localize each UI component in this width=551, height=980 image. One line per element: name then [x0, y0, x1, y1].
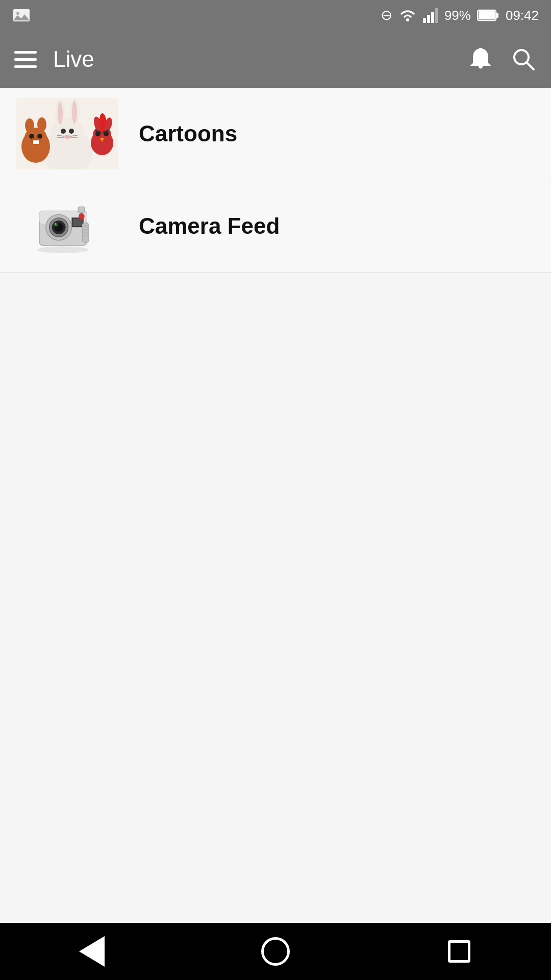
svg-point-1: [16, 12, 19, 15]
hamburger-line-1: [14, 51, 37, 54]
cartoons-label: Cartoons: [139, 121, 237, 146]
cartoons-thumbnail: [16, 98, 118, 169]
bottom-navigation: [0, 923, 551, 980]
back-button[interactable]: [71, 931, 112, 972]
app-bar: Live: [0, 31, 551, 88]
svg-rect-34: [33, 140, 36, 144]
home-button[interactable]: [255, 931, 296, 972]
recents-icon: [448, 940, 470, 963]
camera-feed-label: Camera Feed: [139, 213, 280, 239]
svg-rect-5: [431, 12, 434, 23]
status-bar-right: ⊖ 99% 09:42: [381, 8, 539, 23]
svg-rect-3: [423, 18, 426, 23]
svg-point-53: [55, 223, 56, 225]
svg-point-18: [58, 102, 63, 125]
camera-feed-image: [27, 193, 108, 259]
time-display: 09:42: [506, 8, 539, 23]
content-area: Cartoons: [0, 88, 551, 923]
svg-point-31: [25, 118, 34, 133]
svg-point-22: [64, 135, 70, 139]
svg-point-15: [51, 117, 84, 148]
svg-point-63: [37, 247, 89, 253]
wifi-icon: [398, 8, 417, 23]
battery-icon: [477, 8, 499, 22]
home-icon: [261, 937, 290, 966]
svg-point-32: [37, 117, 46, 132]
hamburger-line-3: [14, 65, 37, 68]
app-bar-title: Live: [53, 46, 451, 72]
bell-icon[interactable]: [467, 46, 494, 72]
svg-rect-6: [435, 8, 438, 23]
search-icon[interactable]: [510, 46, 537, 72]
svg-rect-10: [479, 48, 483, 51]
svg-point-57: [79, 213, 85, 219]
svg-point-2: [406, 18, 409, 21]
cartoons-image: [16, 98, 118, 169]
image-icon: [12, 6, 31, 24]
svg-rect-56: [78, 207, 85, 213]
svg-point-20: [61, 129, 66, 134]
recents-button[interactable]: [439, 931, 480, 972]
status-bar: ⊖ 99% 09:42: [0, 0, 551, 31]
signal-icon: [423, 8, 438, 23]
svg-rect-35: [36, 140, 39, 144]
svg-line-12: [527, 62, 534, 69]
svg-rect-9: [479, 11, 495, 19]
camera-feed-thumbnail: [16, 190, 118, 262]
svg-rect-4: [427, 15, 430, 23]
svg-point-21: [69, 129, 74, 134]
list-item-cartoons[interactable]: Cartoons: [0, 88, 551, 180]
status-bar-left: [12, 6, 31, 24]
svg-point-19: [72, 101, 77, 124]
menu-button[interactable]: [14, 51, 37, 68]
do-not-disturb-icon: ⊖: [381, 8, 392, 22]
battery-percent: 99%: [444, 8, 471, 23]
svg-rect-8: [496, 13, 498, 18]
hamburger-line-2: [14, 58, 37, 61]
back-icon: [79, 936, 105, 967]
list-item-camera-feed[interactable]: Camera Feed: [0, 180, 551, 273]
svg-rect-55: [72, 218, 83, 226]
